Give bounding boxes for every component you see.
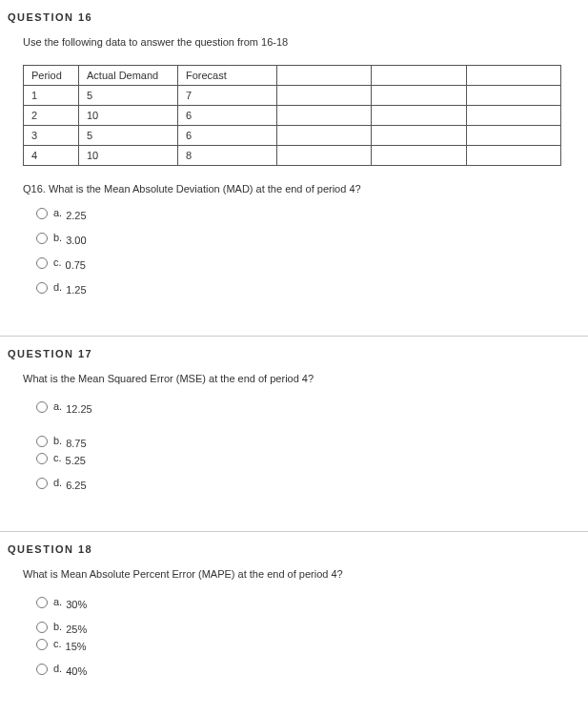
option-value: 2.25 — [66, 210, 86, 221]
radio-16-b[interactable] — [36, 233, 48, 244]
data-table: Period Actual Demand Forecast 1 5 7 2 10… — [23, 65, 561, 166]
question-16: QUESTION 16 Use the following data to an… — [0, 0, 588, 337]
option-16-c[interactable]: c. 0.75 — [36, 257, 578, 269]
option-key: c. — [53, 452, 62, 463]
radio-18-d[interactable] — [36, 664, 48, 675]
option-17-a[interactable]: a. 12.25 — [36, 401, 578, 413]
radio-18-c[interactable] — [36, 639, 48, 650]
table-cell-empty — [277, 146, 372, 166]
option-16-a[interactable]: a. 2.25 — [36, 208, 578, 219]
table-cell: 2 — [24, 106, 79, 126]
option-value: 6.25 — [66, 480, 86, 491]
option-key: a. — [53, 400, 62, 412]
option-key: d. — [53, 281, 62, 293]
option-17-c[interactable]: c. 5.25 — [36, 453, 578, 464]
table-header-forecast: Forecast — [178, 66, 277, 86]
question-16-title: QUESTION 16 — [0, 11, 588, 23]
table-header-empty — [372, 66, 466, 86]
question-18: QUESTION 18 What is Mean Absolute Percen… — [0, 532, 588, 716]
option-value: 8.75 — [66, 438, 86, 449]
radio-17-b[interactable] — [36, 436, 48, 447]
table-cell: 10 — [79, 146, 178, 166]
table-row: 4 10 8 — [24, 146, 561, 166]
table-cell: 10 — [79, 106, 178, 126]
table-cell: 6 — [178, 126, 277, 146]
option-value: 30% — [66, 599, 87, 610]
table-cell-empty — [372, 106, 466, 126]
option-value: 12.25 — [66, 403, 92, 415]
table-cell: 6 — [178, 106, 277, 126]
table-cell-empty — [372, 146, 466, 166]
option-value: 3.00 — [66, 235, 86, 246]
radio-16-d[interactable] — [36, 282, 48, 294]
table-cell-empty — [277, 86, 372, 106]
table-header-period: Period — [24, 66, 79, 86]
option-18-d[interactable]: d. 40% — [36, 664, 578, 675]
option-key: d. — [53, 663, 62, 674]
question-16-body: Use the following data to answer the que… — [0, 36, 588, 294]
question-17-subquestion: What is the Mean Squared Error (MSE) at … — [23, 373, 578, 384]
question-16-options: a. 2.25 b. 3.00 c. 0.75 d. 1.25 — [23, 208, 578, 294]
radio-17-c[interactable] — [36, 453, 48, 464]
table-cell: 3 — [24, 126, 79, 146]
table-cell: 5 — [79, 126, 178, 146]
option-18-a[interactable]: a. 30% — [36, 597, 578, 608]
table-row: 1 5 7 — [24, 86, 561, 106]
option-key: b. — [53, 435, 62, 446]
radio-18-a[interactable] — [36, 597, 48, 608]
table-cell-empty — [466, 146, 560, 166]
option-18-b[interactable]: b. 25% — [36, 622, 578, 633]
radio-17-d[interactable] — [36, 478, 48, 489]
table-cell: 4 — [24, 146, 79, 166]
question-17-body: What is the Mean Squared Error (MSE) at … — [0, 373, 588, 489]
question-18-body: What is Mean Absolute Percent Error (MAP… — [0, 568, 588, 675]
option-key: b. — [53, 621, 62, 632]
table-cell: 1 — [24, 86, 79, 106]
table-cell-empty — [372, 86, 466, 106]
option-key: d. — [53, 477, 62, 488]
table-row: 3 5 6 — [24, 126, 561, 146]
option-16-b[interactable]: b. 3.00 — [36, 233, 578, 244]
question-18-title: QUESTION 18 — [0, 543, 588, 555]
question-16-instruction: Use the following data to answer the que… — [23, 36, 578, 48]
radio-18-b[interactable] — [36, 622, 48, 633]
option-key: a. — [53, 596, 62, 607]
option-key: c. — [53, 256, 62, 268]
radio-17-a[interactable] — [36, 401, 48, 413]
option-value: 1.25 — [66, 284, 86, 296]
option-value: 15% — [66, 641, 87, 652]
option-value: 40% — [66, 665, 87, 677]
option-16-d[interactable]: d. 1.25 — [36, 282, 578, 294]
option-17-d[interactable]: d. 6.25 — [36, 478, 578, 489]
option-key: b. — [53, 232, 62, 243]
option-value: 5.25 — [66, 455, 86, 466]
table-cell: 7 — [178, 86, 277, 106]
question-16-subquestion: Q16. What is the Mean Absolute Deviation… — [23, 183, 578, 194]
table-cell-empty — [372, 126, 466, 146]
table-header-empty — [277, 66, 372, 86]
radio-16-a[interactable] — [36, 208, 48, 219]
option-17-b[interactable]: b. 8.75 — [36, 436, 578, 447]
question-17: QUESTION 17 What is the Mean Squared Err… — [0, 337, 588, 532]
option-value: 25% — [66, 624, 87, 635]
table-cell-empty — [277, 106, 372, 126]
table-cell: 5 — [79, 86, 178, 106]
question-18-subquestion: What is Mean Absolute Percent Error (MAP… — [23, 568, 578, 580]
question-18-options: a. 30% b. 25% c. 15% d. 40% — [23, 597, 578, 675]
option-key: a. — [53, 207, 62, 218]
table-header-empty — [466, 66, 560, 86]
table-cell-empty — [466, 126, 560, 146]
table-header-actual: Actual Demand — [79, 66, 178, 86]
option-key: c. — [53, 638, 62, 649]
table-cell: 8 — [178, 146, 277, 166]
radio-16-c[interactable] — [36, 257, 48, 269]
option-value: 0.75 — [66, 259, 86, 271]
option-18-c[interactable]: c. 15% — [36, 639, 578, 650]
table-header-row: Period Actual Demand Forecast — [24, 66, 561, 86]
table-cell-empty — [277, 126, 372, 146]
question-17-options: a. 12.25 b. 8.75 c. 5.25 d. 6.25 — [23, 401, 578, 489]
question-17-title: QUESTION 17 — [0, 348, 588, 359]
table-row: 2 10 6 — [24, 106, 561, 126]
table-cell-empty — [466, 106, 560, 126]
table-cell-empty — [466, 86, 560, 106]
